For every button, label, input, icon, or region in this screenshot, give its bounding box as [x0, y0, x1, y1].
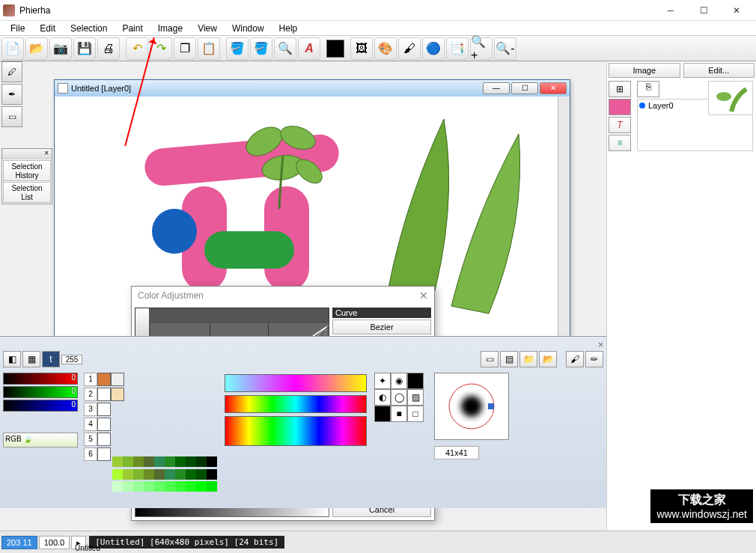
menubar: File Edit Selection Paint Image View Win… [0, 21, 756, 36]
selection-list-button[interactable]: Selection List [3, 182, 51, 203]
dock-tool-1[interactable]: ◧ [3, 351, 21, 367]
imgadj1-icon[interactable]: 🖼 [350, 37, 373, 60]
new-icon[interactable]: 📄 [1, 37, 24, 60]
curve-mode-button[interactable]: Bezier [332, 320, 431, 334]
brush-panel: ✦◉ ◐◯▨ ■□ 41x41 [374, 373, 524, 422]
copy-icon[interactable]: ❐ [174, 37, 196, 60]
doc-maximize-button[interactable]: ☐ [511, 82, 538, 94]
dialog-close-icon[interactable]: ✕ [419, 290, 428, 302]
dock-btn-c[interactable]: 📁 [519, 351, 537, 367]
red-slider[interactable]: 0 [3, 373, 78, 385]
palette-row-3[interactable]: 3 [84, 403, 97, 416]
text-icon[interactable]: A [298, 37, 320, 60]
doc-tab[interactable]: Untitled [52, 544, 123, 553]
right-panel: Image Edit... ⊞ T ≡ ⎘ Layer0 [606, 61, 756, 531]
rtool-dup-icon[interactable]: ⎘ [637, 81, 659, 97]
doc-icon [58, 83, 68, 94]
bucket2-icon[interactable]: 🪣 [250, 37, 272, 60]
color-grid[interactable] [112, 456, 217, 494]
menu-selection[interactable]: Selection [63, 22, 115, 35]
brush-tool-icon[interactable]: 🖊 [1, 61, 22, 82]
undo-icon[interactable]: ↶ [126, 37, 148, 60]
camera-icon[interactable]: 📷 [49, 37, 72, 60]
color-mode-label[interactable]: RGB 🍃 [3, 433, 78, 447]
menu-help[interactable]: Help [272, 22, 305, 35]
docadj-icon[interactable]: 📑 [446, 37, 469, 60]
gradient-3[interactable] [225, 416, 367, 446]
dock-brush1-icon[interactable]: 🖌 [566, 351, 584, 367]
brush-shape-grid[interactable]: ✦◉ ◐◯▨ ■□ [374, 373, 428, 422]
layer-active-dot-icon [639, 103, 645, 109]
curve-section-header: Curve [332, 308, 431, 318]
doc-titlebar[interactable]: Untitled [Layer0] — ☐ ✕ [55, 80, 570, 97]
left-toolbox: 🖊 ✒ ▭ [1, 61, 25, 127]
green-slider[interactable]: 0 [3, 386, 78, 398]
menu-edit[interactable]: Edit [32, 22, 63, 35]
dock-btn-b[interactable]: ▤ [500, 351, 518, 367]
palette-row-4[interactable]: 4 [84, 418, 97, 431]
menu-view[interactable]: View [190, 22, 225, 35]
doc-title: Untitled [Layer0] [71, 84, 131, 93]
svg-point-0 [241, 121, 287, 162]
dock-toolbar: ◧ ▦ t 255 ▭ ▤ 📁 📂 🖌 ✏ [0, 350, 606, 368]
gradient-1[interactable] [225, 374, 367, 392]
watermark: 下载之家 www.windowszj.net [650, 489, 753, 523]
dock-btn-d[interactable]: 📂 [539, 351, 557, 367]
gradient-panel [225, 374, 367, 449]
palette-row-6[interactable]: 6 [84, 447, 97, 461]
imgadj2-icon[interactable]: 🎨 [374, 37, 397, 60]
layer-thumbnail [708, 81, 753, 115]
open-icon[interactable]: 📂 [25, 37, 48, 60]
rtool-add-icon[interactable]: ⊞ [609, 81, 631, 97]
dock-brush2-icon[interactable]: ✏ [585, 351, 603, 367]
close-button[interactable]: ✕ [720, 0, 753, 21]
dialog-titlebar[interactable]: Color Adjustmen ✕ [132, 287, 434, 305]
palette-row-1[interactable]: 1 [84, 373, 97, 386]
menu-image[interactable]: Image [150, 22, 190, 35]
palette-row-2[interactable]: 2 [84, 388, 97, 401]
menu-window[interactable]: Window [225, 22, 272, 35]
rtool-fill-icon[interactable] [609, 99, 631, 115]
pen-tool-icon[interactable]: ✒ [1, 84, 22, 105]
palette-row-5[interactable]: 5 [84, 433, 97, 446]
menu-paint[interactable]: Paint [115, 22, 150, 35]
globe-icon[interactable]: 🔵 [422, 37, 445, 60]
tab-edit[interactable]: Edit... [683, 63, 755, 78]
bucket1-icon[interactable]: 🪣 [226, 37, 249, 60]
doc-close-button[interactable]: ✕ [540, 82, 567, 94]
zoomin-icon[interactable]: 🔍+ [470, 37, 493, 60]
blue-slider[interactable]: 0 [3, 400, 78, 412]
dialog-title: Color Adjustmen [138, 290, 204, 301]
window-titlebar: Phierha ─ ☐ ✕ [0, 0, 756, 21]
maximize-button[interactable]: ☐ [687, 0, 720, 21]
paste-icon[interactable]: 📋 [198, 37, 220, 60]
selpanel-close-icon[interactable]: × [2, 149, 52, 159]
zoomout-icon[interactable]: 🔍- [494, 37, 516, 60]
tab-image[interactable]: Image [609, 63, 680, 78]
dock-tool-2[interactable]: ▦ [22, 351, 40, 367]
dock-tool-t[interactable]: t [42, 351, 60, 367]
brush-size-field[interactable]: 41x41 [434, 446, 479, 459]
print-icon[interactable]: 🖨 [97, 37, 120, 60]
dock-btn-a[interactable]: ▭ [481, 351, 499, 367]
imgadj3-icon[interactable]: 🖌 [398, 37, 421, 60]
dock-close-icon[interactable]: × [598, 340, 603, 350]
minimize-button[interactable]: ─ [654, 0, 687, 21]
doc-minimize-button[interactable]: — [483, 82, 510, 94]
save-icon[interactable]: 💾 [73, 37, 96, 60]
selection-history-button[interactable]: Selection History [3, 160, 51, 181]
svg-point-9 [461, 396, 482, 417]
opacity-value[interactable]: 255 [61, 355, 82, 364]
layer-name: Layer0 [648, 101, 674, 110]
gradient-2[interactable] [225, 395, 367, 413]
zoom-icon[interactable]: 🔍 [274, 37, 296, 60]
rect-tool-icon[interactable]: ▭ [1, 106, 22, 127]
main-toolbar: 📄 📂 📷 💾 🖨 ↶ ↷ ❐ 📋 🪣 🪣 🔍 A 🖼 🎨 🖌 🔵 📑 🔍+ 🔍… [0, 36, 756, 61]
leaf-sprig-icon [227, 111, 339, 216]
app-title: Phierha [19, 5, 654, 16]
menu-file[interactable]: File [3, 22, 32, 35]
rtool-text-icon[interactable]: T [609, 117, 631, 133]
color-swatch[interactable] [326, 40, 344, 58]
brush-preview [434, 373, 509, 440]
rtool-align-icon[interactable]: ≡ [609, 135, 631, 151]
